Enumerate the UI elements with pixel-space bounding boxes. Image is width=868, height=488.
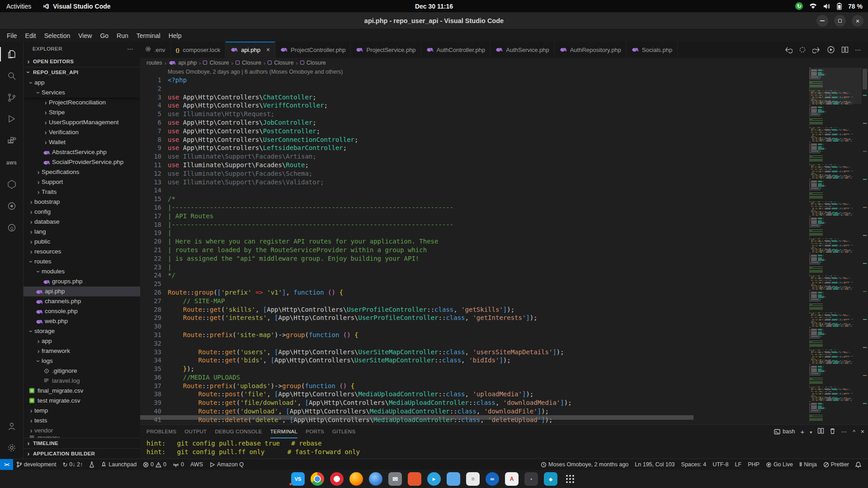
code-line-13[interactable]: 13use Illuminate\Support\Facades\Validat… xyxy=(140,178,809,187)
dock-icon-telegram[interactable]: ▸ xyxy=(427,472,441,486)
breadcrumb-item-closure[interactable]: Closure xyxy=(268,60,293,66)
code-line-4[interactable]: 4use App\Http\Controllers\VeriffControll… xyxy=(140,102,809,110)
run-code-icon[interactable] xyxy=(827,46,835,54)
status-notifications[interactable] xyxy=(852,459,864,470)
close-panel-icon[interactable]: × xyxy=(861,428,864,435)
close-button[interactable]: × xyxy=(852,15,863,27)
explorer-more-icon[interactable]: ⋯ xyxy=(127,45,134,52)
code-line-3[interactable]: 3use App\Http\Controllers\ChatContoller; xyxy=(140,94,809,102)
activity-search[interactable] xyxy=(0,65,24,87)
tab-socials.php[interactable]: Socials.php xyxy=(627,42,678,58)
tree-file-web.php[interactable]: web.php xyxy=(24,316,140,326)
tab-authservice.php[interactable]: AuthService.php xyxy=(491,42,554,58)
status-git-branch[interactable]: development xyxy=(13,459,60,470)
tab-composer.lock[interactable]: {}composer.lock xyxy=(171,42,226,58)
code-line-8[interactable]: 8use App\Http\Controllers\UserConnection… xyxy=(140,136,809,145)
code-line-32[interactable]: 32 xyxy=(140,340,809,348)
code-line-1[interactable]: 1<?php xyxy=(140,76,809,85)
open-editors-section[interactable]: › OPEN EDITORS xyxy=(24,56,140,67)
terminal-dropdown-icon[interactable]: ▾ xyxy=(810,428,812,435)
workspace-section[interactable]: › REPO_USER_API xyxy=(24,67,140,78)
dock-icon-loop-app[interactable]: ∞ xyxy=(486,472,499,486)
code-line-12[interactable]: 12use Illuminate\Support\Facades\Schema; xyxy=(140,170,809,178)
code-line-37[interactable]: 37 Route::prefix('uploads')->group(funct… xyxy=(140,382,809,391)
go-forward-icon[interactable] xyxy=(812,46,821,53)
code-line-18[interactable]: 18|-------------------------------------… xyxy=(140,221,809,230)
tab-projectservice.php[interactable]: ProjectService.php xyxy=(351,42,421,58)
activity-amazon-q[interactable]: Q xyxy=(0,217,24,239)
tree-folder-support[interactable]: ›Support xyxy=(24,177,140,187)
dock-icon-container-app[interactable]: ◆ xyxy=(544,472,557,486)
tree-folder-services[interactable]: ›Services xyxy=(24,88,140,98)
terminal-output[interactable]: hint: git config pull.rebase true # reba… xyxy=(140,438,868,459)
dock-icon-photos-app[interactable] xyxy=(447,472,460,486)
activity-source-control[interactable] xyxy=(0,87,24,108)
new-terminal-icon[interactable]: + xyxy=(800,428,804,436)
tree-folder-logs[interactable]: ›logs xyxy=(24,356,140,366)
code-line-11[interactable]: 11use Illuminate\Support\Facades\Route; xyxy=(140,161,809,170)
panel-tab-gitlens[interactable]: GITLENS xyxy=(332,425,355,438)
activity-extension-hexagon[interactable] xyxy=(0,174,24,195)
menu-item-view[interactable]: View xyxy=(74,31,96,41)
dock-icon-design-app[interactable]: A xyxy=(505,472,519,486)
tree-folder-framework[interactable]: ›framework xyxy=(24,346,140,356)
tree-folder-usersupportmanagement[interactable]: ›UserSupportManagement xyxy=(24,117,140,127)
code-line-34[interactable]: 34 Route::get('bids', [App\Http\Controll… xyxy=(140,357,809,365)
tree-file-api.php[interactable]: api.php xyxy=(24,286,140,296)
dock-icon-vscode[interactable]: VS xyxy=(291,472,305,486)
tree-folder-database[interactable]: ›database xyxy=(24,217,140,227)
dock-icon-opera[interactable] xyxy=(330,472,344,486)
dock-icon-files-app[interactable] xyxy=(408,472,421,486)
code-line-25[interactable]: 25 xyxy=(140,280,809,289)
tree-file-console.php[interactable]: console.php xyxy=(24,306,140,316)
tree-folder-traits[interactable]: ›Traits xyxy=(24,187,140,197)
go-back-icon[interactable] xyxy=(784,46,793,53)
window-title-bar[interactable]: api.php - repo_user_api - Visual Studio … xyxy=(0,12,868,29)
split-editor-icon[interactable] xyxy=(841,46,849,53)
activities-button[interactable]: Activities xyxy=(6,3,31,10)
restore-button[interactable] xyxy=(834,15,846,27)
minimize-button[interactable] xyxy=(816,15,828,27)
minimap[interactable] xyxy=(809,68,862,424)
tree-folder-modules[interactable]: ›modules xyxy=(24,267,140,277)
maximize-panel-icon[interactable]: ^ xyxy=(853,428,855,435)
activity-accounts[interactable] xyxy=(0,415,24,437)
tree-file-test-migrate.csv[interactable]: test migrate.csv xyxy=(24,396,140,406)
menu-item-help[interactable]: Help xyxy=(165,31,186,41)
tab-authcontroller.php[interactable]: AuthController.php xyxy=(421,42,491,58)
outline-circle-icon[interactable] xyxy=(799,46,806,53)
tree-folder-vendor[interactable]: ›vendor xyxy=(24,426,140,436)
status-git-sync[interactable]: ↻0↓ 2↑ xyxy=(59,459,86,470)
dock-icon-web-browser[interactable] xyxy=(369,472,382,486)
code-line-26[interactable]: 26Route::group(['prefix' => 'v1'], funct… xyxy=(140,289,809,297)
code-line-9[interactable]: 9use App\Http\Controllers\LeftsidebarCon… xyxy=(140,144,809,153)
close-icon[interactable]: × xyxy=(266,46,270,53)
tree-file-channels.php[interactable]: channels.php xyxy=(24,296,140,306)
activity-gitlens[interactable] xyxy=(0,195,24,217)
timeline-section[interactable]: › TIMELINE xyxy=(24,438,140,448)
overview-ruler[interactable] xyxy=(862,68,868,424)
tree-folder-storage[interactable]: ›storage xyxy=(24,326,140,336)
activity-aws[interactable]: aws xyxy=(0,152,24,174)
code-line-10[interactable]: 10use Illuminate\Support\Facades\Artisan… xyxy=(140,153,809,161)
focused-app[interactable]: Visual Studio Code xyxy=(43,3,110,10)
code-line-21[interactable]: 21| routes are loaded by the RouteServic… xyxy=(140,246,809,255)
remote-indicator[interactable]: >< xyxy=(0,459,13,470)
tree-file-abstractservice.php[interactable]: AbstractService.php xyxy=(24,147,140,157)
kill-terminal-icon[interactable] xyxy=(830,428,835,436)
tree-folder-projectreconciliation[interactable]: ›ProjectReconciliation xyxy=(24,98,140,108)
breadcrumb-item-closure[interactable]: Closure xyxy=(203,60,229,66)
tree-folder-app[interactable]: ›app xyxy=(24,336,140,346)
menu-item-run[interactable]: Run xyxy=(113,31,132,41)
code-line-15[interactable]: 15/* xyxy=(140,195,809,204)
status-blame-status[interactable]: Moses Omoboye, 2 months ago xyxy=(538,459,632,470)
code-line-7[interactable]: 7use App\Http\Controllers\PostController… xyxy=(140,127,809,136)
tree-file-laravel.log[interactable]: laravel.log xyxy=(24,376,140,386)
vertical-scrollbar[interactable] xyxy=(863,69,867,89)
gitlens-blame-lens[interactable]: Moses Omoboye, 2 days ago | 6 authors (M… xyxy=(168,69,809,76)
menu-item-file[interactable]: File xyxy=(3,31,21,41)
status-aws-profile[interactable]: AWS xyxy=(187,459,206,470)
tab-authrepository.php[interactable]: AuthRepository.php xyxy=(555,42,627,58)
code-line-39[interactable]: 39 Route::get('file/download', [App\Http… xyxy=(140,399,809,408)
status-encoding[interactable]: UTF-8 xyxy=(709,459,731,470)
